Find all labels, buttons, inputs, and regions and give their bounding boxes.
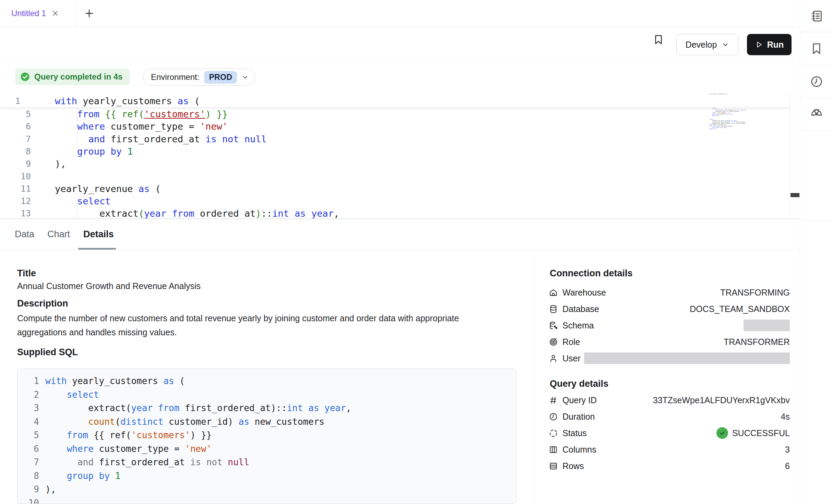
sidebar-button-lineage[interactable] [800,98,832,130]
bookmark-icon [810,42,823,56]
code-line: where customer_type = 'new' [45,442,212,456]
file-tab-bar: Untitled 1 [0,0,832,27]
query-row-query-id: Query ID33TZseWpe1ALFDUYerxR1gVKxbv [549,392,790,408]
bookmark-icon[interactable] [650,31,667,48]
line-number: 8 [17,469,39,483]
editor-line[interactable]: 6 where customer_type = 'new' [0,120,789,133]
sql-line: 3 extract(year from first_ordered_at)::i… [17,401,516,415]
code-line: group by 1 [45,469,120,483]
line-number: 11 [0,182,31,195]
query-row-duration: Duration4s [549,408,790,425]
connection-row-warehouse: WarehouseTRANSFORMING [549,284,790,301]
code-line: select [45,388,99,402]
editor-line[interactable]: 5 from {{ ref('customers') }} [0,108,789,120]
redacted-value [584,352,790,364]
environment-label: Environment: [151,72,199,82]
environment-selector[interactable]: Environment: PROD [143,69,255,86]
status-success-icon [716,427,728,439]
line-number: 5 [17,429,39,442]
sidebar-button-notebook[interactable] [800,0,832,32]
connection-details-heading: Connection details [550,268,633,279]
editor-line[interactable]: 8 group by 1 [0,145,789,158]
query-label: Rows [562,461,584,471]
result-tab-chart[interactable]: Chart [47,219,70,250]
query-value: 3 [785,445,790,455]
result-tab-data[interactable]: Data [15,219,34,250]
database-icon [549,304,558,314]
sidebar-button-history-clock[interactable] [800,65,832,97]
new-tab-button[interactable] [83,8,95,19]
editor-scrollbar-thumb[interactable] [791,193,799,197]
editor-line[interactable]: 12 select [0,195,789,207]
develop-button-label: Develop [686,40,717,50]
query-row-columns: Columns3 [549,441,790,458]
editor-sticky-line[interactable]: 1 with yearly_customers as ( [0,95,789,108]
editor-line[interactable]: 7 and first_ordered_at is not null [0,133,789,145]
sql-line: 7 and first_ordered_at is not null [17,456,516,469]
check-circle-icon [20,72,30,82]
history-clock-icon [810,75,823,88]
chevron-down-icon [242,74,249,81]
sql-line: 8 group by 1 [17,469,516,483]
develop-button[interactable]: Develop [676,34,738,55]
sql-line: 10 [17,496,516,504]
clock-icon [549,412,558,421]
editor-line[interactable]: 13 extract(year from ordered_at)::int as… [0,207,789,218]
notebook-icon [810,9,823,23]
sql-line: 2 select [17,388,516,402]
user-icon [549,354,558,363]
editor-line[interactable]: 11 yearly_revenue as ( [0,182,789,195]
rows-icon [549,461,558,471]
chevron-down-icon [722,41,729,48]
hash-icon [549,396,558,405]
sql-line: 9 ), [17,483,516,496]
editor-line[interactable]: 9 ), [0,157,789,170]
line-number: 9 [0,157,31,170]
file-tab-title: Untitled 1 [11,9,46,18]
connection-row-schema: Schema [549,317,790,334]
run-button[interactable]: Run [747,34,792,55]
code-line: and first_ordered_at is not null [45,456,249,469]
line-number: 7 [17,456,39,469]
connection-value: DOCS_TEAM_SANDBOX [690,304,790,314]
play-icon [755,40,763,49]
sidebar-button-bookmark[interactable] [800,33,832,64]
file-tab-untitled[interactable]: Untitled 1 [0,0,75,27]
line-number: 8 [0,145,31,158]
sql-line: 1 with yearly_customers as ( [17,374,516,388]
code-line: yearly_revenue as ( [55,182,161,195]
title-value: Annual Customer Growth and Revenue Analy… [17,279,201,293]
supplied-sql-code-block[interactable]: 1 with yearly_customers as ( 2 select 3 … [17,369,516,504]
code-editor[interactable]: 1 with yearly_customers as ( 5 from {{ r… [0,95,789,218]
query-value: SUCCESSFUL [732,428,790,438]
code-line: ), [45,483,56,496]
title-heading: Title [17,268,36,279]
result-tab-details[interactable]: Details [83,219,114,250]
query-row-rows: Rows6 [549,458,790,474]
sql-line: 4 count(distinct customer_id) as new_cus… [17,415,516,429]
warehouse-icon [549,288,558,297]
connection-row-database: DatabaseDOCS_TEAM_SANDBOX [549,301,790,317]
query-label: Columns [562,445,596,455]
editor-line[interactable]: 10 [0,170,789,183]
connection-label: Warehouse [562,288,606,298]
query-details-heading: Query details [550,379,608,389]
lineage-icon [810,107,823,121]
code-line: with yearly_customers as ( [55,95,200,107]
line-number: 6 [0,120,31,133]
code-line: ), [55,157,66,170]
right-sidebar [800,0,832,504]
app-window: Untitled 1 Develop Run Query [0,0,832,504]
connection-row-user: User [549,350,790,367]
run-button-label: Run [767,40,784,50]
line-number: 3 [17,401,39,415]
editor-scrollbar[interactable] [789,93,800,218]
line-number: 4 [17,415,39,429]
query-row-status: StatusSUCCESSFUL [549,425,790,441]
connection-label: Schema [562,321,594,331]
code-line: extract(year from ordered_at)::int as ye… [55,207,339,218]
query-label: Query ID [562,395,597,405]
close-tab-icon[interactable] [51,9,60,18]
redacted-value [744,320,790,331]
schema-icon [549,321,558,330]
